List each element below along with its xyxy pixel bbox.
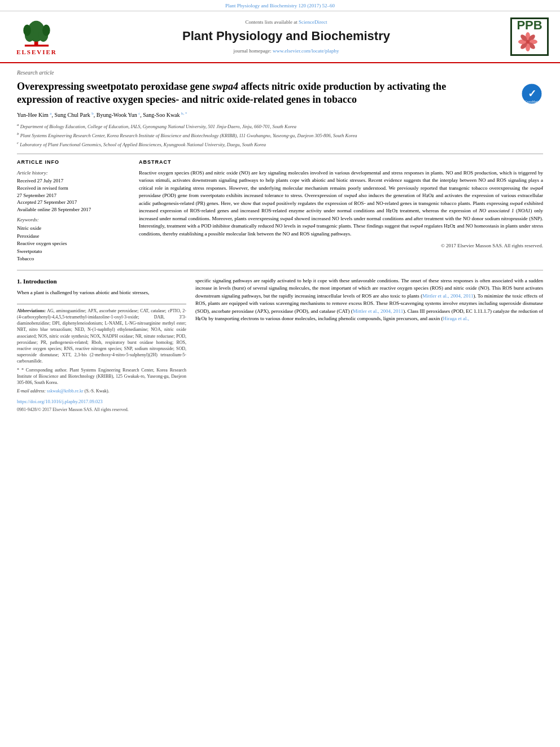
- article-title: Overexpressing sweetpotato peroxidase ge…: [17, 80, 480, 107]
- left-column: 1. Introduction When a plant is challeng…: [17, 277, 186, 413]
- abstract-title: ABSTRACT: [139, 159, 543, 166]
- elsevier-logo: ELSEVIER: [11, 17, 62, 56]
- svg-point-5: [42, 24, 50, 36]
- affil-a-text: Department of Biology Education, College…: [20, 124, 296, 129]
- email-label: E-mail address:: [17, 388, 46, 394]
- abbrev-label: Abbreviations:: [17, 308, 46, 313]
- intro-text-right: specific signaling pathways are rapidly …: [195, 277, 543, 323]
- ref-hiraga[interactable]: Hiraga et al.,: [443, 316, 469, 321]
- abbreviations-footnote: Abbreviations: AG, aminoguanidine; APX, …: [17, 308, 186, 365]
- affil-sup-c: c: [138, 111, 140, 116]
- title-italic: swpa4: [212, 81, 238, 92]
- journal-center-header: Contents lists available at ScienceDirec…: [62, 19, 510, 55]
- affil-sup-b1: b: [91, 111, 94, 116]
- affil-b: b Plant Systems Engineering Research Cen…: [17, 132, 543, 139]
- keywords-label: Keywords:: [17, 216, 130, 224]
- affil-c-text: Laboratory of Plant Functional Genomics,…: [20, 141, 266, 147]
- corresponding-footnote: * * Corresponding author. Plant Systems …: [17, 367, 186, 386]
- keyword-3: Reactive oxygen species: [17, 240, 130, 247]
- affil-sup-a: a: [50, 111, 51, 116]
- received-date: Received 27 July 2017: [17, 177, 130, 185]
- abstract-text: Reactive oxygen species (ROS) and nitric…: [139, 169, 543, 238]
- header-top-row: ELSEVIER Contents lists available at Sci…: [11, 17, 549, 56]
- doi-text[interactable]: https://doi.org/10.1016/j.plaphy.2017.09…: [17, 399, 103, 404]
- journal-homepage-line: journal homepage: www.elsevier.com/locat…: [68, 47, 505, 55]
- crossmark-icon[interactable]: ✓ CrossMark: [520, 82, 543, 105]
- keyword-5: Tobacco: [17, 255, 130, 263]
- issn-line: 0981-9428/© 2017 Elsevier Masson SAS. Al…: [17, 407, 186, 413]
- contents-available-line: Contents lists available at ScienceDirec…: [68, 19, 505, 26]
- journal-title: Plant Physiology and Biochemistry: [68, 28, 505, 45]
- title-crossmark-row: Overexpressing sweetpotato peroxidase ge…: [17, 80, 543, 111]
- keyword-4: Sweetpotato: [17, 248, 130, 255]
- section-divider: [17, 270, 543, 270]
- email-suffix: (S.-S. Kwak).: [85, 388, 110, 394]
- svg-rect-6: [25, 45, 49, 46]
- corresponding-star: *: [17, 368, 21, 373]
- homepage-label: journal homepage:: [234, 48, 272, 54]
- abstract-panel: ABSTRACT Reactive oxygen species (ROS) a…: [139, 159, 543, 263]
- ppb-text: PPB: [517, 19, 542, 32]
- ppb-flower-icon: [517, 32, 539, 51]
- article-body: Research article Overexpressing sweetpot…: [0, 63, 560, 418]
- main-content-columns: 1. Introduction When a plant is challeng…: [17, 277, 543, 413]
- right-column: specific signaling pathways are rapidly …: [195, 277, 543, 413]
- homepage-url[interactable]: www.elsevier.com/locate/plaphy: [273, 48, 339, 54]
- introduction-heading: 1. Introduction: [17, 277, 186, 286]
- elsevier-brand-text: ELSEVIER: [16, 48, 57, 56]
- copyright-notice: © 2017 Elsevier Masson SAS. All rights r…: [139, 242, 543, 250]
- keyword-2: Peroxidase: [17, 233, 130, 240]
- article-info-title: ARTICLE INFO: [17, 159, 130, 166]
- intro-text-left-content: When a plant is challenged by various ab…: [17, 290, 149, 295]
- affil-b-text: Plant Systems Engineering Research Cente…: [20, 133, 357, 138]
- affil-sup-label-b: b: [17, 132, 19, 136]
- page: Plant Physiology and Biochemistry 120 (2…: [0, 0, 560, 418]
- svg-text:✓: ✓: [528, 88, 536, 99]
- which-text: which: [358, 285, 371, 291]
- svg-point-4: [23, 24, 31, 36]
- info-abstract-section: ARTICLE INFO Article history: Received 2…: [17, 154, 543, 263]
- footnotes-area: Abbreviations: AG, aminoguanidine; APX, …: [17, 304, 186, 413]
- keywords-list: Nitric oxide Peroxidase Reactive oxygen …: [17, 225, 130, 263]
- section-title: Introduction: [23, 278, 57, 285]
- journal-reference-bar: Plant Physiology and Biochemistry 120 (2…: [0, 0, 560, 11]
- affil-sup-label-a: a: [17, 123, 19, 127]
- affiliations: a Department of Biology Education, Colle…: [17, 123, 543, 148]
- accepted-date: Accepted 27 September 2017: [17, 199, 130, 206]
- section-number: 1.: [17, 278, 21, 285]
- abbrev-text: AG, aminoguanidine; APX, ascorbate perox…: [17, 308, 186, 364]
- received-revised-label: Received in revised form: [17, 185, 130, 192]
- elsevier-tree-icon: [17, 17, 56, 48]
- journal-reference: Plant Physiology and Biochemistry 120 (2…: [225, 3, 335, 8]
- email-address[interactable]: sskwak@kribb.re.kr: [47, 388, 84, 394]
- revised-date: 27 September 2017: [17, 192, 130, 199]
- email-footnote: E-mail address: sskwak@kribb.re.kr (S.-S…: [17, 388, 186, 394]
- ppb-logo-inner: PPB: [517, 19, 542, 54]
- doi-link[interactable]: https://doi.org/10.1016/j.plaphy.2017.09…: [17, 399, 186, 405]
- available-online: Available online 28 September 2017: [17, 206, 130, 213]
- svg-text:CrossMark: CrossMark: [525, 100, 539, 103]
- contents-text: Contents lists available at: [246, 19, 298, 25]
- authors-line: Yun-Hee Kim a, Sung Chul Park b, Byung-W…: [17, 111, 543, 119]
- article-info-panel: ARTICLE INFO Article history: Received 2…: [17, 159, 130, 263]
- ppb-logo: PPB: [510, 18, 549, 56]
- affil-c: c Laboratory of Plant Functional Genomic…: [17, 141, 543, 148]
- affil-sup-b2: b, *: [181, 111, 187, 116]
- title-part1: Overexpressing sweetpotato peroxidase ge…: [17, 81, 212, 92]
- ref-mittler-2004-2011-2[interactable]: Mittler et al., 2004, 2011: [353, 308, 404, 314]
- corresponding-label: * Corresponding author.: [21, 368, 67, 373]
- intro-text-left: When a plant is challenged by various ab…: [17, 289, 186, 297]
- sciencedirect-link[interactable]: ScienceDirect: [299, 19, 327, 25]
- history-label: Article history:: [17, 169, 130, 177]
- keyword-1: Nitric oxide: [17, 225, 130, 232]
- ref-mittler-2004-2011[interactable]: Mittler et al., 2004, 2011: [422, 293, 473, 299]
- affil-a: a Department of Biology Education, Colle…: [17, 123, 543, 130]
- affil-sup-label-c: c: [17, 141, 19, 145]
- article-type: Research article: [17, 69, 543, 77]
- journal-header: ELSEVIER Contents lists available at Sci…: [0, 11, 560, 63]
